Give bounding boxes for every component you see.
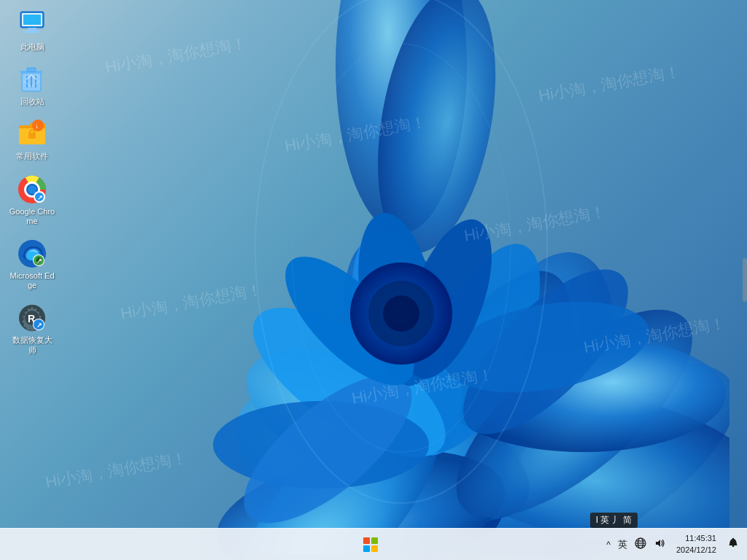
svg-text:↗: ↗ <box>36 257 42 265</box>
system-tray: ^ 英 <box>604 536 667 553</box>
icon-microsoft-edge[interactable]: ↗ Microsoft Edge <box>6 236 58 293</box>
svg-point-28 <box>383 295 419 332</box>
icon-recycle-bin[interactable]: 回收站 <box>6 62 58 109</box>
wallpaper <box>73 0 729 554</box>
svg-rect-72 <box>732 545 735 547</box>
clock-time: 11:45:31 <box>676 533 716 544</box>
svg-rect-33 <box>28 28 36 31</box>
svg-rect-34 <box>25 31 39 33</box>
desktop: Hi小淘，淘你想淘！ Hi小淘，淘你想淘！ Hi小淘，淘你想淘！ Hi小淘，淘你… <box>0 0 747 560</box>
data-recovery-icon: R ↗ <box>18 303 47 332</box>
icon-data-recovery[interactable]: R ↗ 数据恢复大师 <box>6 300 58 357</box>
ime-indicator[interactable]: I 英 丿 简 <box>590 513 638 528</box>
windows-logo <box>363 537 379 553</box>
start-button[interactable] <box>355 529 387 561</box>
recycle-bin-label: 回收站 <box>20 97 44 106</box>
taskbar-right: ^ 英 <box>387 532 747 557</box>
google-chrome-label: Google Chrome <box>9 207 55 226</box>
icon-common-software[interactable]: ↓ 常用软件 <box>6 117 58 164</box>
svg-text:↓: ↓ <box>35 122 39 130</box>
language-indicator[interactable]: 英 <box>616 537 630 553</box>
volume-icon[interactable] <box>651 536 667 553</box>
svg-rect-65 <box>363 545 370 552</box>
svg-rect-43 <box>28 133 36 139</box>
microsoft-edge-icon: ↗ <box>18 239 47 268</box>
icon-google-chrome[interactable]: ↗ Google Chrome <box>6 172 58 229</box>
taskbar-center <box>355 529 387 561</box>
recycle-bin-icon <box>18 65 47 94</box>
desktop-icons: 此电脑 回收站 <box>6 7 58 358</box>
network-svg <box>635 537 646 549</box>
svg-rect-64 <box>371 537 378 544</box>
ime-indicator-text: I 英 丿 简 <box>596 515 632 525</box>
common-software-icon: ↓ <box>18 120 47 149</box>
common-software-label: 常用软件 <box>16 152 48 161</box>
svg-point-49 <box>28 185 36 194</box>
network-icon[interactable] <box>632 536 649 553</box>
show-hidden-icons[interactable]: ^ <box>604 538 613 551</box>
svg-text:↗: ↗ <box>37 194 43 201</box>
taskbar: ^ 英 <box>0 528 747 560</box>
clock-date: 2024/12/12 <box>676 545 716 556</box>
svg-text:↗: ↗ <box>36 322 42 329</box>
svg-rect-39 <box>27 68 36 71</box>
this-pc-icon <box>18 10 47 39</box>
volume-svg <box>654 537 665 549</box>
icon-this-pc[interactable]: 此电脑 <box>6 7 58 55</box>
bell-icon <box>727 537 739 549</box>
clock-area[interactable]: 11:45:31 2024/12/12 <box>672 532 721 557</box>
svg-rect-63 <box>363 537 370 544</box>
svg-rect-66 <box>371 545 378 552</box>
data-recovery-label: 数据恢复大师 <box>9 335 55 354</box>
side-resize-handle[interactable] <box>743 258 747 302</box>
google-chrome-icon: ↗ <box>18 175 47 204</box>
this-pc-label: 此电脑 <box>20 42 44 52</box>
svg-rect-35 <box>23 15 41 25</box>
notification-button[interactable] <box>725 536 741 553</box>
svg-point-73 <box>732 538 734 540</box>
microsoft-edge-label: Microsoft Edge <box>9 271 55 290</box>
